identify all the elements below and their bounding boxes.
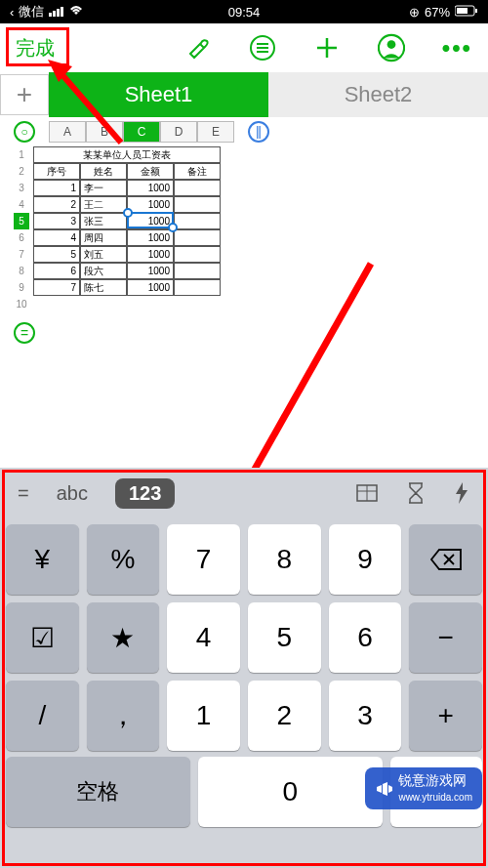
battery-label: 67% xyxy=(425,5,450,20)
sheet-area: 1 2 3 4 5 6 7 8 9 10 某某单位人员工资表 序号 姓名 金额 … xyxy=(0,146,488,312)
key-6[interactable]: 6 xyxy=(329,602,402,673)
key-5[interactable]: 5 xyxy=(248,602,321,673)
formula-equals-button[interactable]: = xyxy=(14,322,35,344)
cell[interactable]: 1000 xyxy=(127,180,174,196)
key-yen[interactable]: ¥ xyxy=(6,524,79,595)
status-bar: ‹ 微信 09:54 ⊕ 67% xyxy=(0,0,488,23)
key-backspace[interactable] xyxy=(409,524,482,595)
kb-abc[interactable]: abc xyxy=(57,482,88,505)
cell[interactable]: 7 xyxy=(33,279,80,296)
more-icon[interactable]: ••• xyxy=(442,34,472,62)
done-button[interactable]: 完成 xyxy=(16,35,55,62)
header-cell[interactable]: 序号 xyxy=(33,163,80,180)
key-0[interactable]: 0 xyxy=(198,757,383,827)
row-head[interactable]: 4 xyxy=(14,196,29,213)
cell[interactable] xyxy=(174,263,221,279)
signal-icon xyxy=(49,7,63,17)
battery-icon xyxy=(455,5,478,20)
col-head-e[interactable]: E xyxy=(197,121,234,143)
cell[interactable]: 张三 xyxy=(80,213,127,229)
cell[interactable]: 周四 xyxy=(80,229,127,246)
key-2[interactable]: 2 xyxy=(248,681,321,751)
key-percent[interactable]: % xyxy=(87,524,160,595)
list-circle-icon[interactable] xyxy=(249,34,276,62)
col-head-c[interactable]: C xyxy=(123,121,160,143)
key-comma[interactable]: ， xyxy=(87,681,160,751)
col-head-d[interactable]: D xyxy=(160,121,197,143)
column-header-row: ○ A B C D E ǁ xyxy=(0,117,488,146)
row-head[interactable]: 8 xyxy=(14,263,29,279)
key-minus[interactable]: − xyxy=(409,602,482,673)
col-head-a[interactable]: A xyxy=(49,121,86,143)
col-head-b[interactable]: B xyxy=(86,121,123,143)
key-space[interactable]: 空格 xyxy=(6,757,190,827)
key-checkbox[interactable]: ☑ xyxy=(6,602,79,673)
spreadsheet-grid[interactable]: 某某单位人员工资表 序号 姓名 金额 备注 1李一1000 2王二1000 3张… xyxy=(33,146,221,312)
key-3[interactable]: 3 xyxy=(329,681,402,751)
cell[interactable]: 王二 xyxy=(80,196,127,213)
header-cell[interactable]: 金额 xyxy=(127,163,174,180)
cell[interactable] xyxy=(174,279,221,296)
key-4[interactable]: 4 xyxy=(167,602,240,673)
row-head[interactable]: 7 xyxy=(14,246,29,263)
tab-sheet1[interactable]: Sheet1 xyxy=(49,72,268,117)
key-plus[interactable]: + xyxy=(409,681,482,751)
add-icon[interactable] xyxy=(313,34,341,62)
key-1[interactable]: 1 xyxy=(167,681,240,751)
cell[interactable]: 4 xyxy=(33,229,80,246)
kb-lightning-icon[interactable] xyxy=(453,480,470,506)
row-head[interactable]: 9 xyxy=(14,279,29,296)
row-head[interactable]: 3 xyxy=(14,180,29,196)
cell[interactable]: 1 xyxy=(33,180,80,196)
orientation-lock-icon: ⊕ xyxy=(409,5,420,20)
key-8[interactable]: 8 xyxy=(248,524,321,595)
cell[interactable]: 1000 xyxy=(127,229,174,246)
cell[interactable]: 1000 xyxy=(127,263,174,279)
cell[interactable]: 李一 xyxy=(80,180,127,196)
kb-equals[interactable]: = xyxy=(18,482,29,505)
key-9[interactable]: 9 xyxy=(329,524,402,595)
header-cell[interactable]: 备注 xyxy=(174,163,221,180)
cell-selected[interactable]: 1000 xyxy=(127,213,174,229)
row-head[interactable]: 10 xyxy=(14,296,29,312)
avatar-icon[interactable] xyxy=(378,34,405,62)
kb-tab-icon[interactable] xyxy=(355,483,379,503)
kb-hourglass-icon[interactable] xyxy=(406,481,426,505)
cell[interactable] xyxy=(174,180,221,196)
status-left: ‹ 微信 xyxy=(10,3,84,21)
cell[interactable]: 2 xyxy=(33,196,80,213)
cell[interactable]: 5 xyxy=(33,246,80,263)
cell[interactable]: 1000 xyxy=(127,196,174,213)
header-cell[interactable]: 姓名 xyxy=(80,163,127,180)
cell[interactable]: 3 xyxy=(33,213,80,229)
key-star[interactable]: ★ xyxy=(87,602,160,673)
row-head[interactable]: 5 xyxy=(14,213,29,229)
wifi-icon xyxy=(68,5,84,20)
cell[interactable] xyxy=(174,246,221,263)
key-7[interactable]: 7 xyxy=(167,524,240,595)
key-slash[interactable]: / xyxy=(6,681,79,751)
cell[interactable]: 6 xyxy=(33,263,80,279)
record-circle-button[interactable]: ○ xyxy=(14,121,35,143)
row-head[interactable]: 2 xyxy=(14,163,29,180)
cell[interactable]: 陈七 xyxy=(80,279,127,296)
format-brush-icon[interactable] xyxy=(184,34,212,62)
cell[interactable]: 1000 xyxy=(127,246,174,263)
cell[interactable] xyxy=(174,213,221,229)
app-toolbar: 完成 ••• xyxy=(0,23,488,72)
cell[interactable] xyxy=(174,196,221,213)
row-head[interactable]: 1 xyxy=(14,146,29,163)
watermark-text: 锐意游戏网www.ytruida.com xyxy=(398,773,472,804)
tab-sheet2[interactable]: Sheet2 xyxy=(268,72,488,117)
pause-circle-button[interactable]: ǁ xyxy=(248,121,269,143)
cell[interactable]: 段六 xyxy=(80,263,127,279)
clock-label: 09:54 xyxy=(228,5,261,20)
title-cell[interactable]: 某某单位人员工资表 xyxy=(33,146,221,163)
sheet-tabs: + Sheet1 Sheet2 xyxy=(0,72,488,117)
cell[interactable] xyxy=(174,229,221,246)
cell[interactable]: 刘五 xyxy=(80,246,127,263)
row-head[interactable]: 6 xyxy=(14,229,29,246)
add-sheet-button[interactable]: + xyxy=(0,74,49,115)
kb-123[interactable]: 123 xyxy=(115,478,175,509)
cell[interactable]: 1000 xyxy=(127,279,174,296)
